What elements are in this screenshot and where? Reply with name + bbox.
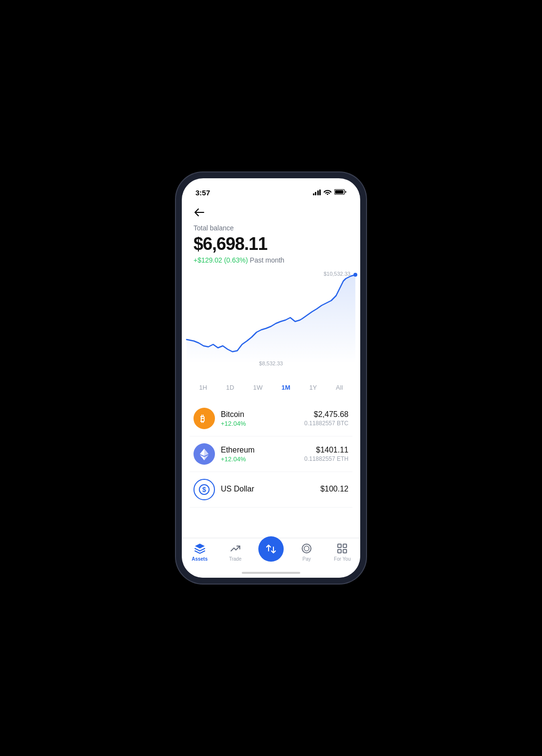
balance-section: Total balance $6,698.11 +$129.02 (0.63%)…	[182, 220, 360, 264]
foryou-icon	[336, 542, 348, 555]
period-tab-1y[interactable]: 1Y	[305, 382, 321, 393]
trade-icon	[229, 542, 242, 555]
btc-info: Bitcoin +12.04%	[221, 410, 304, 427]
assets-icon	[194, 542, 206, 555]
home-indicator	[242, 572, 300, 574]
svg-marker-8	[200, 455, 204, 460]
status-time: 3:57	[195, 189, 210, 197]
nav-pay-label: Pay	[303, 556, 311, 562]
eth-info: Ethereum +12.04%	[221, 446, 304, 463]
usd-amount: $100.12	[320, 485, 348, 493]
swap-button[interactable]	[258, 536, 284, 562]
chart-container: $10,532.33 $8,532.33	[182, 269, 360, 376]
phone-frame: 3:57	[176, 172, 366, 584]
svg-point-3	[353, 273, 357, 277]
period-tab-1h[interactable]: 1H	[195, 382, 211, 393]
signal-icon	[313, 189, 321, 195]
period-tab-all[interactable]: All	[332, 382, 347, 393]
btc-usd: $2,475.68	[304, 410, 348, 419]
balance-label: Total balance	[194, 224, 348, 232]
svg-text:₿: ₿	[200, 414, 205, 424]
eth-usd: $1401.11	[304, 446, 348, 454]
asset-item-btc[interactable]: ₿ Bitcoin +12.04% $2,475.68 0.11882557 B…	[190, 401, 352, 436]
period-tab-1m[interactable]: 1M	[278, 382, 294, 393]
svg-point-12	[304, 546, 309, 551]
usd-name: US Dollar	[221, 485, 320, 493]
svg-marker-5	[204, 449, 209, 456]
period-tab-1d[interactable]: 1D	[222, 382, 238, 393]
status-icons	[313, 188, 347, 197]
battery-icon	[334, 188, 347, 197]
balance-change-positive: +$129.02 (0.63%)	[194, 256, 248, 264]
wifi-icon	[324, 188, 331, 197]
svg-marker-7	[204, 455, 209, 460]
svg-rect-1	[335, 190, 344, 194]
svg-rect-13	[338, 544, 341, 548]
svg-point-11	[302, 544, 311, 553]
back-button[interactable]	[192, 205, 207, 220]
usd-info: US Dollar	[221, 485, 320, 494]
nav-trade-label: Trade	[229, 556, 242, 562]
nav-trade[interactable]: Trade	[221, 542, 250, 562]
nav-assets-label: Assets	[192, 556, 208, 562]
chart-low-label: $8,532.33	[259, 360, 283, 366]
svg-marker-2	[187, 275, 355, 364]
btc-change: +12.04%	[221, 420, 304, 427]
nav-swap[interactable]	[256, 542, 286, 562]
btc-name: Bitcoin	[221, 410, 304, 419]
eth-name: Ethereum	[221, 446, 304, 454]
nav-foryou[interactable]: For You	[328, 542, 357, 562]
pay-icon	[300, 542, 313, 555]
chart-high-label: $10,532.33	[324, 271, 350, 277]
usd-icon: $	[194, 479, 215, 500]
asset-item-eth[interactable]: Ethereum +12.04% $1401.11 0.11882557 ETH	[190, 436, 352, 472]
screen-content: Total balance $6,698.11 +$129.02 (0.63%)…	[182, 200, 360, 578]
period-tab-1w[interactable]: 1W	[249, 382, 267, 393]
balance-amount: $6,698.11	[194, 234, 348, 254]
svg-rect-15	[338, 549, 341, 553]
phone-screen: 3:57	[182, 178, 360, 578]
svg-rect-14	[343, 544, 347, 548]
nav-foryou-label: For You	[334, 556, 350, 562]
btc-crypto: 0.11882557 BTC	[304, 420, 348, 427]
eth-values: $1401.11 0.11882557 ETH	[304, 446, 348, 462]
period-tabs: 1H 1D 1W 1M 1Y All	[182, 378, 360, 401]
svg-text:$: $	[202, 486, 206, 493]
eth-icon	[194, 443, 215, 465]
nav-pay[interactable]: Pay	[292, 542, 321, 562]
asset-item-usd[interactable]: $ US Dollar $100.12	[190, 472, 352, 508]
balance-period: Past month	[250, 256, 285, 264]
btc-icon: ₿	[194, 408, 215, 429]
nav-assets[interactable]: Assets	[185, 542, 214, 562]
eth-crypto: 0.11882557 ETH	[304, 455, 348, 462]
eth-change: +12.04%	[221, 455, 304, 463]
usd-values: $100.12	[320, 485, 348, 494]
balance-change: +$129.02 (0.63%) Past month	[194, 256, 348, 264]
price-chart	[182, 269, 360, 366]
svg-marker-6	[200, 449, 204, 456]
notch	[240, 178, 302, 193]
top-nav	[182, 200, 360, 220]
btc-values: $2,475.68 0.11882557 BTC	[304, 410, 348, 427]
asset-list: ₿ Bitcoin +12.04% $2,475.68 0.11882557 B…	[182, 401, 360, 508]
svg-rect-16	[343, 549, 347, 553]
